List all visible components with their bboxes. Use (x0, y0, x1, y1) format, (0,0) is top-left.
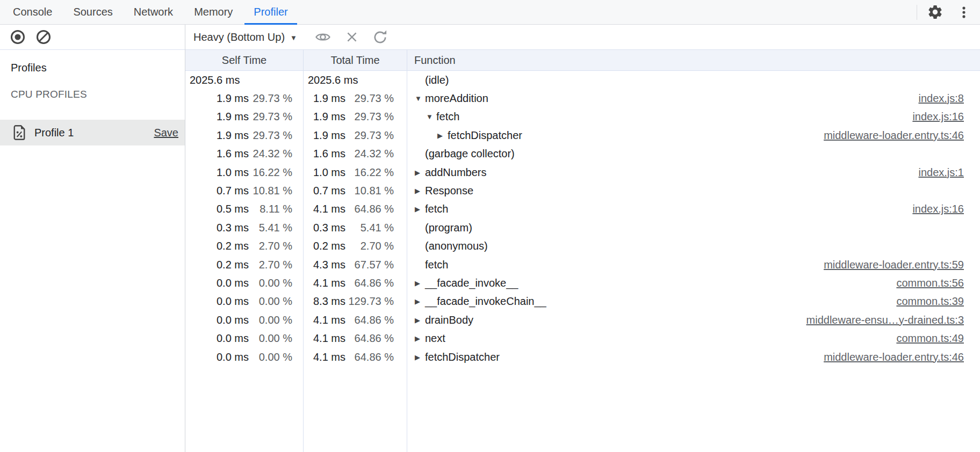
tab-network[interactable]: Network (125, 0, 182, 24)
tab-sources[interactable]: Sources (64, 0, 121, 24)
restore-functions-button[interactable] (370, 27, 390, 47)
self-percent-value: 0.00 % (249, 351, 303, 363)
devtools-tab-bar: Console Sources Network Memory Profiler (0, 0, 980, 25)
function-cell: (anonymous) (407, 237, 980, 256)
source-link[interactable]: common.ts:56 (885, 277, 980, 289)
profiles-toolbar (0, 25, 185, 50)
source-link[interactable]: middleware-loader.entry.ts:46 (813, 351, 980, 363)
function-name: (garbage collector) (425, 148, 515, 160)
function-name: (anonymous) (425, 240, 488, 252)
function-filler (407, 366, 980, 452)
table-row[interactable]: 0.7 ms10.81 %0.7 ms10.81 %▶Response (185, 181, 980, 200)
total-ms-value: 2025.6 ms (304, 74, 407, 86)
total-percent-value: 10.81 % (345, 185, 407, 197)
function-name: (idle) (425, 74, 449, 86)
table-row[interactable]: 2025.6 ms2025.6 ms(idle) (185, 71, 980, 89)
self-time-cell: 1.6 ms24.32 % (185, 145, 304, 163)
total-percent-value: 2.70 % (345, 240, 407, 252)
self-percent-value: 0.00 % (249, 314, 303, 326)
function-name: fetch (425, 203, 448, 215)
record-button[interactable] (8, 27, 28, 47)
function-cell: ▶nextcommon.ts:49 (407, 329, 980, 347)
function-cell: (idle) (407, 71, 980, 89)
self-time-cell: 0.7 ms10.81 % (185, 181, 304, 200)
exclude-function-button[interactable] (342, 27, 362, 47)
total-ms-value: 4.3 ms (304, 259, 345, 271)
table-row[interactable]: 0.5 ms8.11 %4.1 ms64.86 %▶fetchindex.js:… (185, 200, 980, 218)
expand-arrow-icon[interactable]: ▶ (415, 297, 425, 305)
table-row[interactable]: 0.0 ms0.00 %4.1 ms64.86 %▶drainBodymiddl… (185, 311, 980, 329)
more-options-button[interactable] (954, 3, 974, 22)
total-time-cell: 4.1 ms64.86 % (304, 274, 407, 292)
table-row[interactable]: 0.0 ms0.00 %4.1 ms64.86 %▶fetchDispatche… (185, 348, 980, 366)
tab-profiler[interactable]: Profiler (244, 0, 297, 24)
tab-console[interactable]: Console (4, 0, 61, 24)
focus-function-button[interactable] (312, 26, 334, 48)
expand-arrow-icon[interactable]: ▶ (437, 132, 448, 140)
clear-profiles-button[interactable] (33, 27, 54, 47)
self-time-cell: 0.5 ms8.11 % (185, 200, 304, 218)
table-row[interactable]: 0.3 ms5.41 %0.3 ms5.41 %(program) (185, 218, 980, 237)
profiler-data-grid: Self Time Total Time Function 2025.6 ms2… (185, 50, 980, 452)
view-mode-dropdown[interactable]: Heavy (Bottom Up) ▼ (192, 29, 298, 46)
table-row[interactable]: 0.2 ms2.70 %0.2 ms2.70 %(anonymous) (185, 237, 980, 256)
table-row[interactable]: 0.2 ms2.70 %4.3 ms67.57 %fetchmiddleware… (185, 256, 980, 274)
settings-button[interactable] (925, 2, 946, 23)
self-time-cell: 0.2 ms2.70 % (185, 237, 304, 256)
collapse-arrow-icon[interactable]: ▼ (426, 113, 436, 121)
source-link[interactable]: index.js:1 (908, 166, 980, 179)
table-row[interactable]: 1.9 ms29.73 %1.9 ms29.73 %▼fetchindex.js… (185, 108, 980, 126)
function-name: drainBody (425, 314, 473, 326)
total-ms-value: 8.3 ms (304, 295, 345, 308)
function-name: addNumbers (425, 166, 487, 179)
column-header-function[interactable]: Function (407, 50, 980, 70)
source-link[interactable]: index.js:16 (902, 203, 980, 215)
table-row[interactable]: 1.0 ms16.22 %1.0 ms16.22 %▶addNumbersind… (185, 163, 980, 181)
gear-icon (927, 4, 943, 20)
table-row[interactable]: 1.9 ms29.73 %1.9 ms29.73 %▶fetchDispatch… (185, 126, 980, 144)
table-row[interactable]: 1.6 ms24.32 %1.6 ms24.32 %(garbage colle… (185, 145, 980, 163)
source-link[interactable]: index.js:8 (908, 92, 980, 105)
total-ms-value: 4.1 ms (304, 277, 345, 289)
expand-arrow-icon[interactable]: ▶ (415, 279, 425, 287)
total-percent-value: 64.86 % (345, 332, 407, 345)
self-ms-value: 0.2 ms (185, 240, 249, 252)
source-link[interactable]: common.ts:39 (885, 295, 980, 308)
expand-arrow-icon[interactable]: ▶ (415, 353, 425, 361)
expand-arrow-icon[interactable]: ▶ (415, 316, 425, 324)
source-link[interactable]: middleware-ensu…y-drained.ts:3 (796, 314, 980, 326)
self-time-cell: 1.9 ms29.73 % (185, 89, 304, 107)
self-percent-value: 0.00 % (249, 295, 303, 308)
table-row[interactable]: 0.0 ms0.00 %8.3 ms129.73 %▶__facade_invo… (185, 293, 980, 311)
chevron-down-icon: ▼ (290, 34, 297, 42)
column-header-self-time[interactable]: Self Time (185, 50, 304, 70)
table-row[interactable]: 0.0 ms0.00 %4.1 ms64.86 %▶__facade_invok… (185, 274, 980, 292)
self-percent-value: 10.81 % (249, 185, 303, 197)
expand-arrow-icon[interactable]: ▶ (415, 187, 425, 195)
function-name: next (425, 332, 445, 345)
save-profile-link[interactable]: Save (154, 127, 178, 139)
function-cell: ▶fetchindex.js:16 (407, 200, 980, 218)
total-percent-value: 64.86 % (345, 314, 407, 326)
total-percent-value: 24.32 % (345, 148, 407, 160)
total-ms-value: 1.9 ms (304, 129, 345, 142)
table-row[interactable]: 1.9 ms29.73 %1.9 ms29.73 %▼moreAdditioni… (185, 89, 980, 107)
expand-arrow-icon[interactable]: ▶ (415, 169, 425, 177)
self-percent-value: 8.11 % (249, 203, 303, 215)
source-link[interactable]: middleware-loader.entry.ts:59 (813, 259, 980, 271)
source-link[interactable]: middleware-loader.entry.ts:46 (813, 129, 980, 142)
tab-memory[interactable]: Memory (185, 0, 242, 24)
table-row[interactable]: 0.0 ms0.00 %4.1 ms64.86 %▶nextcommon.ts:… (185, 329, 980, 347)
collapse-arrow-icon[interactable]: ▼ (415, 94, 425, 103)
profile-name: Profile 1 (34, 127, 74, 139)
function-name: fetch (436, 111, 459, 123)
sidebar-item-profile-1[interactable]: Profile 1 Save (0, 120, 185, 145)
expand-arrow-icon[interactable]: ▶ (415, 205, 425, 213)
column-header-total-time[interactable]: Total Time (304, 50, 407, 70)
total-ms-value: 1.0 ms (304, 166, 345, 179)
eye-icon (314, 28, 332, 46)
source-link[interactable]: common.ts:49 (885, 332, 980, 345)
source-link[interactable]: index.js:16 (902, 111, 980, 123)
self-percent-value: 16.22 % (249, 166, 303, 179)
expand-arrow-icon[interactable]: ▶ (415, 334, 425, 342)
